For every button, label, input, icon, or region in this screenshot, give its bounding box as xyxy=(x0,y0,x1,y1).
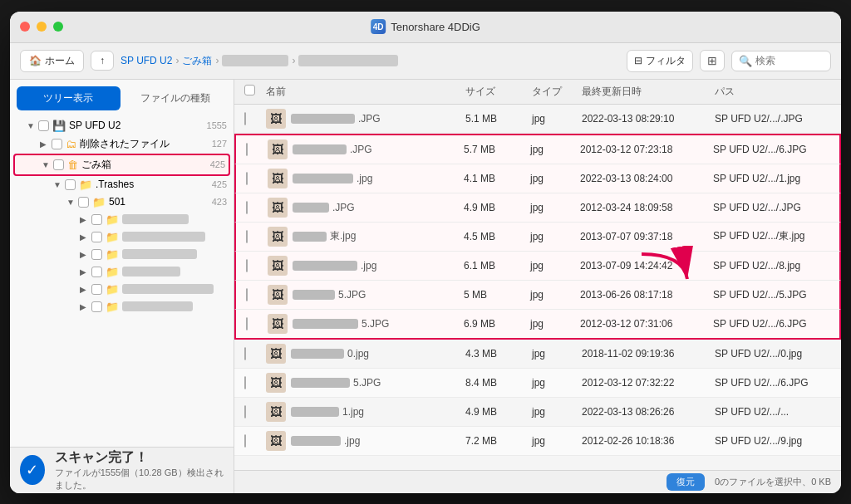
toolbar-right: ⊟ フィルタ ⊞ 🔍 xyxy=(627,50,831,72)
table-row[interactable]: .JPG5.7 MBjpg2012-03-12 07:23:18SP UFD U… xyxy=(234,134,841,164)
search-input[interactable] xyxy=(755,55,822,66)
filter-icon: ⊟ xyxy=(634,55,642,66)
table-row[interactable]: 5.JPG6.9 MBjpg2012-03-12 07:31:06SP UFD … xyxy=(234,310,841,340)
sidebar-item-sub-6[interactable]: ▶ 📁 xyxy=(13,298,230,316)
table-row[interactable]: 5.JPG5 MBjpg2013-06-26 08:17:18SP UFD U2… xyxy=(234,281,841,310)
row-path: SP UFD U2/.../1.jpg xyxy=(713,173,829,184)
row-name: 5.JPG xyxy=(266,373,465,393)
table-row[interactable]: .JPG4.9 MBjpg2012-03-24 18:09:58SP UFD U… xyxy=(234,193,841,223)
table-row[interactable]: .jpg6.1 MBjpg2013-07-09 14:24:42SP UFD U… xyxy=(234,252,841,281)
tree-label-501: 501 xyxy=(109,196,209,208)
row-checkbox[interactable] xyxy=(244,376,246,389)
row-checkbox[interactable] xyxy=(246,288,248,301)
back-button[interactable]: ↑ xyxy=(91,51,114,71)
sidebar-item-sub-4[interactable]: ▶ 📁 xyxy=(13,263,230,281)
folder-icon-sub-3: 📁 xyxy=(106,248,119,261)
checkbox-sp-ufd[interactable] xyxy=(38,120,49,131)
table-row[interactable]: 0.jpg4.3 MBjpg2018-11-02 09:19:36SP UFD … xyxy=(234,340,841,369)
sidebar-item-sub-2[interactable]: ▶ 📁 xyxy=(13,228,230,246)
row-name: .JPG xyxy=(266,109,465,129)
checkbox-deleted[interactable] xyxy=(52,139,62,149)
row-date: 2022-03-13 08:26:26 xyxy=(582,406,715,418)
file-ext: .JPG xyxy=(350,144,372,155)
sidebar-item-sub-1[interactable]: ▶ 📁 xyxy=(13,211,230,228)
row-checkbox[interactable] xyxy=(246,143,248,156)
sidebar-item-sub-5[interactable]: ▶ 📁 xyxy=(13,281,230,298)
checkbox-trashes[interactable] xyxy=(65,179,76,190)
tab-tree-view[interactable]: ツリー表示 xyxy=(17,86,121,110)
table-row[interactable]: .jpg4.1 MBjpg2022-03-13 08:24:00SP UFD U… xyxy=(234,164,841,193)
row-path: SP UFD U2/.../東.jpg xyxy=(713,229,829,243)
file-ext: 5.JPG xyxy=(362,318,389,330)
row-path: SP UFD U2/.../... xyxy=(715,406,831,418)
checkbox-sub-5[interactable] xyxy=(91,284,102,295)
chevron-down-icon-trash: ▼ xyxy=(42,160,52,169)
checkbox-sub-3[interactable] xyxy=(91,249,102,260)
maximize-button[interactable] xyxy=(53,22,63,32)
sidebar-item-sp-ufd[interactable]: ▼ 💾 SP UFD U2 1555 xyxy=(13,117,230,135)
file-list-header: 名前 サイズ タイプ 最終更新日時 パス xyxy=(234,80,841,105)
chevron-down-icon: ▼ xyxy=(27,121,37,130)
row-checkbox[interactable] xyxy=(246,172,248,185)
header-type[interactable]: タイプ xyxy=(532,85,582,99)
breadcrumb-item[interactable]: ごみ箱 xyxy=(182,54,212,68)
row-checkbox[interactable] xyxy=(244,405,246,418)
row-checkbox[interactable] xyxy=(246,201,248,214)
filter-button[interactable]: ⊟ フィルタ xyxy=(627,50,693,72)
tree-count-501: 423 xyxy=(212,197,227,207)
chevron-right-icon: ▶ xyxy=(40,139,50,149)
checkbox-sub-2[interactable] xyxy=(91,232,102,242)
checkbox-sub-6[interactable] xyxy=(91,301,102,312)
header-date[interactable]: 最終更新日時 xyxy=(582,85,715,99)
file-name xyxy=(293,261,357,271)
row-size: 7.2 MB xyxy=(465,435,532,447)
checkbox-501[interactable] xyxy=(78,197,89,208)
header-name[interactable]: 名前 xyxy=(266,85,465,99)
table-row[interactable]: 東.jpg4.5 MBjpg2013-07-07 09:37:18SP UFD … xyxy=(234,223,841,252)
table-row[interactable]: 1.jpg4.9 MBjpg2022-03-13 08:26:26SP UFD … xyxy=(234,398,841,427)
file-thumbnail xyxy=(268,256,288,276)
traffic-lights xyxy=(20,22,63,32)
row-date: 2012-03-12 07:23:18 xyxy=(580,144,713,155)
sidebar-item-deleted[interactable]: ▶ 🗂 削除されたファイル 127 xyxy=(13,135,230,154)
grid-view-button[interactable]: ⊞ xyxy=(700,50,725,71)
row-name: .JPG xyxy=(268,139,464,159)
checkbox-sub-1[interactable] xyxy=(91,214,102,225)
file-name xyxy=(291,407,339,417)
row-checkbox[interactable] xyxy=(244,434,246,448)
minimize-button[interactable] xyxy=(37,22,47,32)
tree-label-blurred-5 xyxy=(122,284,214,294)
header-size[interactable]: サイズ xyxy=(465,85,532,99)
header-check[interactable] xyxy=(244,85,266,98)
row-date: 2018-11-02 09:19:36 xyxy=(582,348,715,360)
checkbox-trash[interactable] xyxy=(53,159,64,170)
selection-status: 0のファイルを選択中、0 KB xyxy=(715,476,831,488)
row-checkbox[interactable] xyxy=(244,347,246,360)
breadcrumb: SP UFD U2 › ごみ箱 › › xyxy=(121,54,620,68)
table-row[interactable]: .jpg7.2 MBjpg2012-02-26 10:18:36SP UFD U… xyxy=(234,427,841,456)
row-size: 4.9 MB xyxy=(464,202,530,213)
table-row[interactable]: 5.JPG8.4 MBjpg2012-03-12 07:32:22SP UFD … xyxy=(234,369,841,398)
row-name: .jpg xyxy=(268,256,464,276)
sidebar-item-trashes[interactable]: ▼ 📁 .Trashes 425 xyxy=(13,176,230,193)
file-thumbnail xyxy=(266,402,286,422)
restore-button[interactable]: 復元 xyxy=(667,473,705,491)
home-button[interactable]: 🏠 ホーム xyxy=(20,50,84,72)
close-button[interactable] xyxy=(20,22,30,32)
breadcrumb-item[interactable]: SP UFD U2 xyxy=(121,55,172,66)
sidebar-item-trash[interactable]: ▼ 🗑 ごみ箱 425 xyxy=(13,154,230,176)
tab-file-type[interactable]: ファイルの種類 xyxy=(124,86,228,110)
checkbox-sub-4[interactable] xyxy=(91,267,102,277)
row-checkbox[interactable] xyxy=(246,230,248,243)
row-checkbox[interactable] xyxy=(244,112,246,125)
row-checkbox[interactable] xyxy=(246,317,248,330)
sidebar-item-501[interactable]: ▼ 📁 501 423 xyxy=(13,193,230,211)
header-path[interactable]: パス xyxy=(715,85,831,99)
table-row[interactable]: .JPG5.1 MBjpg2022-03-13 08:29:10SP UFD U… xyxy=(234,105,841,134)
file-thumbnail xyxy=(268,169,288,188)
file-ext: 0.jpg xyxy=(347,348,369,360)
sidebar-item-sub-3[interactable]: ▶ 📁 xyxy=(13,246,230,263)
row-checkbox[interactable] xyxy=(246,259,248,272)
tree-count-deleted: 127 xyxy=(212,139,227,149)
breadcrumb-blurred xyxy=(222,55,288,66)
